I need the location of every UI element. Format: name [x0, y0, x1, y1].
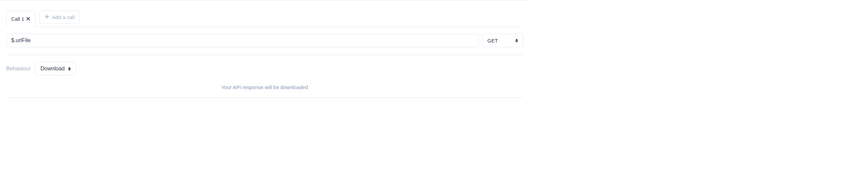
behaviour-label: Behaviour: [6, 66, 31, 72]
sort-icon: [515, 39, 518, 42]
behaviour-select[interactable]: Download: [35, 62, 76, 75]
tab-call-1[interactable]: Call 1: [6, 11, 35, 27]
api-call-config-panel: Call 1 Add a call GET: [0, 0, 529, 105]
behaviour-selected-label: Download: [40, 66, 65, 72]
url-row: GET: [6, 34, 523, 55]
method-selected-label: GET: [487, 38, 498, 44]
tabs-row: Call 1 Add a call: [6, 4, 523, 27]
sort-icon: [68, 67, 71, 71]
url-input[interactable]: [6, 34, 479, 47]
add-call-button[interactable]: Add a call: [39, 11, 80, 24]
behaviour-row: Behaviour Download: [6, 62, 523, 75]
info-message: Your API response will be downloaded: [6, 84, 523, 98]
tab-label: Call 1: [11, 16, 24, 22]
http-method-select[interactable]: GET: [482, 34, 523, 47]
close-icon[interactable]: [26, 17, 30, 21]
add-call-label: Add a call: [52, 14, 74, 20]
plus-icon: [45, 14, 49, 20]
